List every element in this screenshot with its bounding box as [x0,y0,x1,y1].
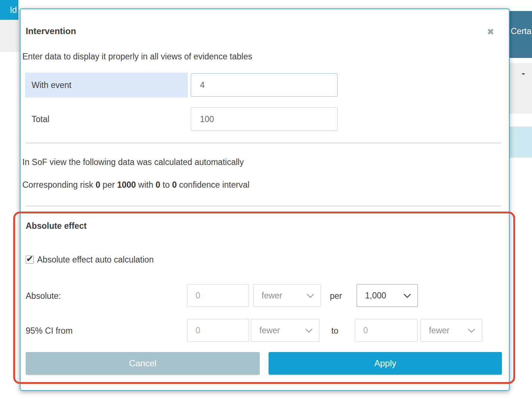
risk-text: confidence interval [177,180,249,190]
chevron-down-icon [468,329,475,333]
risk-ci-low: 0 [156,180,160,190]
risk-text: per [100,180,117,190]
auto-calc-label: Absolute effect auto calculation [37,255,154,265]
absolute-effect-heading: Absolute effect [26,221,87,231]
with-event-input[interactable] [191,73,338,97]
total-input[interactable] [191,107,338,131]
corresponding-risk-line: Corresponding risk 0 per 1000 with 0 to … [22,180,249,190]
table-header-certainty: Certa [510,11,532,58]
close-icon[interactable]: ✖ [487,27,494,36]
dialog-title: Intervention [26,26,76,36]
risk-text: to [160,180,172,190]
absolute-label: Absolute: [26,284,61,308]
risk-text: Corresponding risk [22,180,95,190]
table-header-certainty-label: Certa [511,26,531,36]
absolute-unit-value: fewer [262,291,282,300]
dialog-description: Enter data to display it properly in all… [22,52,252,62]
auto-calc-checkbox[interactable]: ✔ [26,256,34,264]
background-right-section-row [510,126,532,158]
denominator-select[interactable]: 1,000 [357,284,418,307]
intervention-dialog: Intervention ✖ Enter data to display it … [20,8,510,391]
table-cell-dash: - [522,67,525,79]
ci-label: 95% CI from [26,319,73,342]
risk-ci-high: 0 [172,180,177,190]
risk-value: 0 [95,180,100,190]
apply-button[interactable]: Apply [269,352,502,375]
background-right-table-cell: - [510,63,532,114]
risk-denominator: 1000 [117,180,136,190]
absolute-value-input[interactable] [187,284,249,307]
ci-to-unit-value: fewer [429,326,449,335]
chevron-down-icon [307,294,314,298]
divider [26,143,501,143]
ci-from-unit-select[interactable]: fewer [251,319,320,342]
ci-from-unit-value: fewer [259,326,280,335]
chevron-down-icon [305,329,313,333]
ci-to-input[interactable] [355,319,418,342]
ci-to-unit-select[interactable]: fewer [420,319,482,342]
sof-note: In SoF view the following data was calcu… [22,157,244,167]
total-label: Total [32,107,50,132]
per-label: per [330,284,342,308]
cancel-button[interactable]: Cancel [26,352,260,375]
chevron-down-icon [404,294,411,298]
with-event-label: With event [25,73,188,98]
divider [26,206,501,206]
absolute-unit-select[interactable]: fewer [253,284,321,307]
checkmark-icon: ✔ [26,254,33,264]
to-label: to [331,319,338,342]
add-button-partial[interactable]: ld [0,0,18,20]
denominator-value: 1,000 [365,291,386,300]
risk-text: with [136,180,156,190]
ci-from-input[interactable] [187,319,249,342]
